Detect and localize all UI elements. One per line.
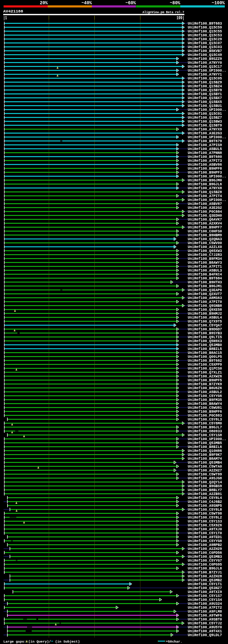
svg-text:=50char.: =50char. bbox=[166, 640, 182, 644]
svg-text:UniRef100_B4FKC4: UniRef100_B4FKC4 bbox=[188, 273, 222, 277]
svg-text:UniRef100_A9U324: UniRef100_A9U324 bbox=[188, 602, 222, 606]
svg-text:UniRef100_Q53MB2: UniRef100_Q53MB2 bbox=[188, 578, 222, 582]
svg-text:UniRef100_C5Y1T0: UniRef100_C5Y1T0 bbox=[188, 531, 222, 535]
svg-text:UniRef100_A7NYX8: UniRef100_A7NYX8 bbox=[188, 186, 222, 190]
svg-text:UniRef100_UPI000..: UniRef100_UPI000.. bbox=[188, 175, 226, 179]
svg-text:UniRef100_Q9LTI5: UniRef100_Q9LTI5 bbox=[188, 335, 222, 339]
svg-text:UniRef100_C5Y8L8: UniRef100_C5Y8L8 bbox=[188, 508, 222, 512]
svg-text:UniRef100_UPI000..: UniRef100_UPI000.. bbox=[188, 108, 226, 112]
svg-text:UniRef100_C5YYG8: UniRef100_C5YYG8 bbox=[188, 539, 222, 543]
svg-text:UniRef100_A2XWZ6: UniRef100_A2XWZ6 bbox=[188, 375, 222, 378]
svg-text:UniRef100_A9FLM8: UniRef100_A9FLM8 bbox=[188, 610, 222, 614]
svg-text:UniRef100_Q10H86: UniRef100_Q10H86 bbox=[188, 449, 222, 453]
svg-text:(in Query)/: (in Query)/ bbox=[28, 640, 51, 644]
svg-text:UniRef100_A9SBT0: UniRef100_A9SBT0 bbox=[188, 618, 222, 622]
svg-text:UniRef100_A7PIT3: UniRef100_A7PIT3 bbox=[188, 159, 222, 163]
svg-text:UniRef100_B8AM74: UniRef100_B8AM74 bbox=[188, 457, 222, 461]
svg-text:UniRef100_Q15C07: UniRef100_Q15C07 bbox=[188, 41, 222, 45]
svg-text:UniRef100_Q15C01: UniRef100_Q15C01 bbox=[188, 112, 222, 116]
svg-text:UniRef100_B7ZYK9: UniRef100_B7ZYK9 bbox=[188, 382, 222, 386]
svg-text:UniRef100_C5Y1S3: UniRef100_C5Y1S3 bbox=[188, 520, 222, 524]
svg-text:UniRef100_B8BIL5: UniRef100_B8BIL5 bbox=[188, 347, 222, 351]
svg-text:UniRef100_UPI000..: UniRef100_UPI000.. bbox=[188, 198, 226, 202]
svg-text:UniRef100_B9T682: UniRef100_B9T682 bbox=[188, 359, 222, 363]
svg-text:UniRef100_C0PG95: UniRef100_C0PG95 bbox=[188, 563, 222, 567]
svg-text:UniRef100_A5BV87: UniRef100_A5BV87 bbox=[188, 202, 222, 206]
svg-text:UniRef100_A5BUL5: UniRef100_A5BUL5 bbox=[188, 147, 222, 151]
svg-text:UniRef100_C5X9Z6: UniRef100_C5X9Z6 bbox=[188, 524, 222, 527]
svg-text:UniRef100_C5YQA7: UniRef100_C5YQA7 bbox=[188, 324, 222, 328]
svg-text:UniRef100_B9GJL8: UniRef100_B9GJL8 bbox=[188, 567, 222, 571]
svg-text:UniRef100_A7NYX9: UniRef100_A7NYX9 bbox=[188, 128, 222, 132]
svg-text:UniRef100_A9U5Y0: UniRef100_A9U5Y0 bbox=[188, 625, 222, 629]
svg-text:UniRef100_A2ZB91: UniRef100_A2ZB91 bbox=[188, 492, 222, 496]
svg-text:UniRef100_C5XPP9: UniRef100_C5XPP9 bbox=[188, 363, 222, 367]
svg-text:UniRef100_C5Y1S8: UniRef100_C5Y1S8 bbox=[188, 433, 222, 437]
svg-text:UniRef100_Q15BT9: UniRef100_Q15BT9 bbox=[188, 124, 222, 128]
svg-text:UniRef100_Q15BW3: UniRef100_Q15BW3 bbox=[188, 120, 222, 124]
svg-text:UniRef100_Q2QY14: UniRef100_Q2QY14 bbox=[188, 480, 222, 484]
svg-text:UniRef100_P0C883: UniRef100_P0C883 bbox=[188, 414, 222, 418]
svg-text:UniRef100_A7PIT4: UniRef100_A7PIT4 bbox=[188, 194, 222, 198]
svg-text:UniRef100_A8MS63: UniRef100_A8MS63 bbox=[188, 296, 222, 300]
svg-text:UniRef100_Q9SNB8: UniRef100_Q9SNB8 bbox=[188, 304, 222, 308]
svg-text:UniRef100_A7PIT1: UniRef100_A7PIT1 bbox=[188, 265, 222, 269]
svg-text:UniRef100_P0C884: UniRef100_P0C884 bbox=[188, 210, 222, 214]
svg-text:UniRef100_B8BLY7: UniRef100_B8BLY7 bbox=[188, 488, 222, 492]
svg-text:UniRef100_Q15C55: UniRef100_Q15C55 bbox=[188, 30, 222, 34]
svg-text:UniRef100_B9GJM0: UniRef100_B9GJM0 bbox=[188, 179, 222, 182]
svg-text:UniRef100_A3E2G3: UniRef100_A3E2G3 bbox=[188, 132, 222, 135]
svg-text:UniRef100_A7NYY0: UniRef100_A7NYY0 bbox=[188, 61, 222, 65]
svg-text:UniRef100_C5WU81: UniRef100_C5WU81 bbox=[188, 406, 222, 410]
svg-text:UniRef100_Q5N9X3: UniRef100_Q5N9X3 bbox=[188, 339, 222, 343]
svg-text:UniRef100_Q3EAP0: UniRef100_Q3EAP0 bbox=[188, 288, 222, 292]
svg-text:UniRef100_Q53NZ7: UniRef100_Q53NZ7 bbox=[188, 586, 222, 590]
svg-text:UniRef100_A9T4X1: UniRef100_A9T4X1 bbox=[188, 629, 222, 633]
svg-text:UniRef100_C0PD56: UniRef100_C0PD56 bbox=[188, 551, 222, 555]
svg-text:Large gaps:: Large gaps: bbox=[4, 640, 26, 644]
svg-text:UniRef100_A7PNN8: UniRef100_A7PNN8 bbox=[188, 151, 222, 155]
svg-text:UniRef100_A5BUL2: UniRef100_A5BUL2 bbox=[188, 390, 222, 394]
svg-text:UniRef100_A5BV86: UniRef100_A5BV86 bbox=[188, 163, 222, 167]
svg-text:UniRef100_C5Y8L2: UniRef100_C5Y8L2 bbox=[188, 516, 222, 520]
svg-text:UniRef100_A9SJG8: UniRef100_A9SJG8 bbox=[188, 476, 222, 480]
svg-text:UniRef100_Q15BZ9: UniRef100_Q15BZ9 bbox=[188, 81, 222, 84]
svg-text:UniRef100_Q2QNA3: UniRef100_Q2QNA3 bbox=[188, 237, 222, 241]
svg-text:UniRef100_A2ZH29: UniRef100_A2ZH29 bbox=[188, 547, 222, 551]
svg-text:UniRef100_B8AWY4: UniRef100_B8AWY4 bbox=[188, 402, 222, 406]
svg-text:UniRef100_Q9XE58: UniRef100_Q9XE58 bbox=[188, 308, 222, 312]
svg-text:~80%: ~80% bbox=[170, 1, 180, 6]
svg-text:UniRef100_C5WT98: UniRef100_C5WT98 bbox=[188, 512, 222, 516]
svg-text:UniRef100_A9TXJ0: UniRef100_A9TXJ0 bbox=[188, 527, 222, 531]
svg-text:UniRef100_B9F9K7: UniRef100_B9F9K7 bbox=[188, 453, 222, 457]
svg-text:UniRef100_A2ZH27: UniRef100_A2ZH27 bbox=[188, 469, 222, 473]
svg-text:UniRef100_B9T683: UniRef100_B9T683 bbox=[188, 22, 222, 26]
svg-text:UniRef100_B8BIL6: UniRef100_B8BIL6 bbox=[188, 445, 222, 449]
svg-text:~100%: ~100% bbox=[212, 1, 225, 6]
svg-text:UniRef100_Q1PCS0: UniRef100_Q1PCS0 bbox=[188, 367, 222, 371]
svg-text:UniRef100_A2ZH28: UniRef100_A2ZH28 bbox=[188, 575, 222, 578]
svg-text:UniRef100_A2ZLX0: UniRef100_A2ZLX0 bbox=[188, 245, 222, 249]
svg-text:UniRef100_C5Y8M0: UniRef100_C5Y8M0 bbox=[188, 422, 222, 426]
svg-text:UniRef100_C5Y1S4: UniRef100_C5Y1S4 bbox=[188, 598, 222, 602]
svg-text:UniRef100_B9FM35: UniRef100_B9FM35 bbox=[188, 398, 222, 402]
svg-text:UniRef100_B9T679: UniRef100_B9T679 bbox=[188, 139, 222, 143]
svg-text:UniRef100_Q7XLZ1: UniRef100_Q7XLZ1 bbox=[188, 371, 222, 375]
svg-text:UniRef100_C5WTA0: UniRef100_C5WTA0 bbox=[188, 465, 222, 469]
svg-text:UniRef100_B9GJL7: UniRef100_B9GJL7 bbox=[188, 426, 222, 429]
svg-text:UniRef100_B6U6Z6: UniRef100_B6U6Z6 bbox=[188, 386, 222, 390]
svg-text:UniRef100_C5Y8L3: UniRef100_C5Y8L3 bbox=[188, 418, 222, 422]
svg-text:UniRef100_Q7X9T5: UniRef100_Q7X9T5 bbox=[188, 320, 222, 324]
svg-text:UniRef100_A9TXI9: UniRef100_A9TXI9 bbox=[188, 590, 222, 594]
svg-text:UniRef100_Q15BY9: UniRef100_Q15BY9 bbox=[188, 88, 222, 92]
svg-text:UniRef100_A7PIT2: UniRef100_A7PIT2 bbox=[188, 606, 222, 610]
svg-text:UniRef100_Q15C59: UniRef100_Q15C59 bbox=[188, 26, 222, 30]
svg-text:UniRef100_C0HFS0: UniRef100_C0HFS0 bbox=[188, 230, 222, 233]
svg-text:UniRef100_A2XKV4: UniRef100_A2XKV4 bbox=[188, 222, 222, 226]
svg-text:UniRef100_Q2XUT7: UniRef100_Q2XUT7 bbox=[188, 292, 222, 296]
svg-text:~60%: ~60% bbox=[125, 1, 136, 6]
svg-text:UniRef100_B7ZYJ1: UniRef100_B7ZYJ1 bbox=[188, 571, 222, 575]
svg-text:UniRef100_Q15C03: UniRef100_Q15C03 bbox=[188, 45, 222, 49]
svg-text:AV421188: AV421188 bbox=[3, 9, 23, 14]
svg-text:UniRef100_UPI000..: UniRef100_UPI000.. bbox=[188, 69, 226, 73]
